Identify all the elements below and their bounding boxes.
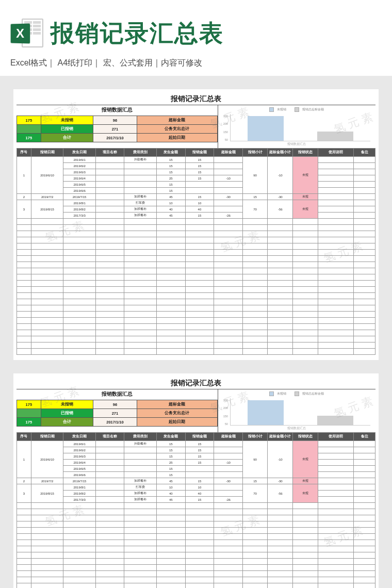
table-cell <box>185 546 214 552</box>
table-cell <box>354 324 375 330</box>
table-cell: 15 <box>157 472 186 478</box>
table-cell <box>17 540 31 546</box>
table-row <box>17 268 375 274</box>
table-cell: 15 <box>185 194 214 200</box>
table-cell: 15 <box>185 169 214 175</box>
table-cell <box>242 503 268 509</box>
table-cell <box>63 268 96 274</box>
table-cell <box>268 342 293 349</box>
table-cell <box>268 534 293 540</box>
table-cell <box>63 231 96 237</box>
table-cell <box>354 175 375 182</box>
table-cell <box>293 521 318 528</box>
table-cell <box>293 268 318 274</box>
table-cell: -30 <box>214 194 243 200</box>
table-cell: 15 <box>185 460 214 466</box>
table-cell <box>268 324 293 330</box>
table-cell <box>214 571 243 577</box>
table-cell <box>354 163 375 169</box>
table-cell <box>185 528 214 534</box>
table-cell <box>124 528 157 534</box>
table-cell <box>293 503 318 509</box>
table-cell <box>124 521 157 528</box>
table-cell <box>124 175 157 182</box>
table-cell <box>268 268 293 274</box>
table-cell <box>31 262 63 268</box>
table-row <box>17 342 375 349</box>
table-cell <box>124 305 157 312</box>
table-cell <box>157 540 186 546</box>
y-tick: 300 <box>223 115 228 118</box>
table-cell <box>31 312 63 318</box>
table-cell <box>318 565 354 571</box>
table-cell <box>268 336 293 342</box>
table-cell <box>95 491 124 497</box>
table-cell <box>214 182 243 188</box>
table-cell <box>214 540 243 546</box>
table-cell: -26 <box>214 213 243 219</box>
table-cell <box>157 305 186 312</box>
table-cell <box>95 330 124 336</box>
table-cell <box>318 188 354 194</box>
table-cell <box>354 453 375 460</box>
table-cell <box>17 324 31 330</box>
table-cell <box>318 336 354 342</box>
table-cell <box>354 188 375 194</box>
table-cell <box>31 299 63 305</box>
table-cell: 45 <box>157 194 186 200</box>
table-cell <box>293 349 318 355</box>
table-cell <box>214 534 243 540</box>
table-cell: 2019/6/10 <box>31 441 63 478</box>
table-cell <box>214 484 243 491</box>
table-cell <box>63 225 96 231</box>
table-cell: 15 <box>242 194 268 200</box>
table-cell <box>31 287 63 293</box>
table-cell <box>31 521 63 528</box>
table-cell <box>95 200 124 206</box>
table-cell <box>124 571 157 577</box>
table-cell <box>214 453 243 460</box>
table-row: 32019/8/152019/8/1打车费101070-56未报 <box>17 484 375 491</box>
table-cell: 2019/6/6 <box>63 188 96 194</box>
table-cell <box>354 219 375 225</box>
table-cell: 2019/6/4 <box>63 460 96 466</box>
table-row <box>17 577 375 583</box>
table-cell <box>185 287 214 293</box>
y-tick: 200 <box>223 122 228 125</box>
table-cell <box>157 546 186 552</box>
table-cell: 加班餐补 <box>124 491 157 497</box>
table-cell <box>157 243 186 250</box>
table-cell <box>268 318 293 324</box>
table-cell <box>354 571 375 577</box>
table-cell <box>354 491 375 497</box>
legend-label: 未报销 <box>277 392 286 395</box>
table-cell <box>124 318 157 324</box>
table-cell <box>157 521 186 528</box>
table-cell <box>354 559 375 565</box>
table-cell <box>31 515 63 521</box>
table-cell <box>318 312 354 318</box>
table-cell <box>214 447 243 453</box>
table-cell <box>95 163 124 169</box>
table-cell <box>157 299 186 305</box>
table-cell <box>31 305 63 312</box>
table-cell: -30 <box>214 478 243 484</box>
table-cell <box>124 243 157 250</box>
table-cell: 未报 <box>293 194 318 200</box>
table-cell <box>63 256 96 262</box>
table-cell <box>318 441 354 447</box>
table-cell <box>157 225 186 231</box>
table-cell <box>318 281 354 287</box>
table-cell <box>63 540 96 546</box>
table-cell <box>354 336 375 342</box>
table-cell <box>318 299 354 305</box>
table-cell <box>185 515 214 521</box>
table-cell <box>214 200 243 206</box>
table-cell <box>268 219 293 225</box>
table-cell <box>318 157 354 163</box>
table-cell <box>354 534 375 540</box>
spreadsheet-preview: 氢元素氢元素氢元素氢元素氢元素氢元素报销记录汇总表报销数据汇总175未报销96超… <box>13 373 379 588</box>
table-cell <box>95 447 124 453</box>
table-cell <box>242 559 268 565</box>
table-cell <box>31 268 63 274</box>
